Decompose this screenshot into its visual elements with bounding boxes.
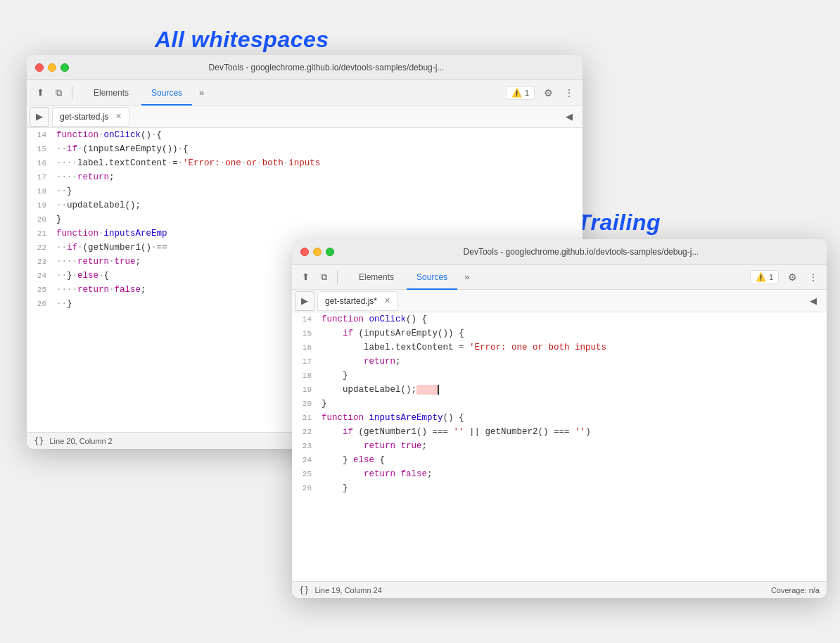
line-content-25-2: return false; bbox=[319, 467, 827, 481]
line-num-20-2: 20 bbox=[292, 397, 319, 411]
line-num-24-2: 24 bbox=[292, 453, 319, 467]
tab-bar-2: ⬆ ⧉ Elements Sources » ⚠️ 1 ⚙ ⋮ bbox=[292, 265, 827, 290]
warning-badge-1[interactable]: ⚠️ 1 bbox=[506, 86, 535, 100]
line-content-14-1: function·onClick()·{ bbox=[53, 128, 583, 142]
page-title-all: All whitespaces bbox=[155, 27, 329, 53]
maximize-button-1[interactable] bbox=[61, 63, 69, 72]
line-content-18-2: } bbox=[319, 369, 827, 383]
tab-sources-1[interactable]: Sources bbox=[141, 80, 192, 106]
code-line-15-1: 15 ··if·(inputsAreEmpty())·{ bbox=[27, 142, 583, 156]
tab-bar-icons-2: ⬆ ⧉ bbox=[298, 269, 341, 285]
minimize-button-1[interactable] bbox=[48, 63, 56, 72]
warning-icon-2: ⚠️ bbox=[756, 272, 766, 282]
status-line-1: Line 20, Column 2 bbox=[49, 437, 112, 445]
copy-icon[interactable]: ⧉ bbox=[51, 85, 66, 101]
line-num-25-2: 25 bbox=[292, 467, 319, 481]
code-line-19-1: 19 ··updateLabel(); bbox=[27, 198, 583, 212]
code-line-17-2: 17 return; bbox=[292, 355, 827, 369]
line-num-23-2: 23 bbox=[292, 439, 319, 453]
line-content-17-2: return; bbox=[319, 355, 827, 369]
file-tab-close-1[interactable]: ✕ bbox=[115, 112, 122, 121]
warning-icon-1: ⚠️ bbox=[511, 88, 522, 98]
line-content-20-2: } bbox=[319, 397, 827, 411]
line-content-21-1: function·inputsAreEmp bbox=[53, 227, 583, 241]
tab-more-2[interactable]: » bbox=[460, 265, 473, 290]
file-tab-close-2[interactable]: ✕ bbox=[384, 296, 390, 305]
collapse-btn-1[interactable]: ◀ bbox=[561, 109, 577, 125]
traffic-lights-2 bbox=[300, 248, 334, 256]
file-tab-1[interactable]: get-started.js ✕ bbox=[52, 107, 129, 127]
line-num-20-1: 20 bbox=[27, 212, 53, 227]
tab-sources-2[interactable]: Sources bbox=[407, 265, 457, 290]
line-num-18-2: 18 bbox=[292, 369, 319, 383]
cursor-icon-2[interactable]: ⬆ bbox=[298, 269, 313, 285]
file-tab-name-2: get-started.js* bbox=[325, 296, 377, 306]
sidebar-toggle-2[interactable]: ▶ bbox=[295, 291, 314, 311]
line-content-15-1: ··if·(inputsAreEmpty())·{ bbox=[53, 142, 583, 156]
gear-icon-1[interactable]: ⚙ bbox=[540, 85, 556, 101]
line-num-19-1: 19 bbox=[27, 198, 53, 212]
line-num-24-1: 24 bbox=[27, 269, 53, 283]
page-title-trailing: Trailing bbox=[577, 210, 661, 236]
status-line-2: Line 19, Column 24 bbox=[314, 586, 381, 594]
status-bar-2: {} Line 19, Column 24 Coverage: n/a bbox=[292, 581, 827, 598]
line-content-14-2: function onClick() { bbox=[319, 312, 827, 326]
line-num-17-1: 17 bbox=[27, 170, 53, 184]
code-line-22-2: 22 if (getNumber1() === '' || getNumber2… bbox=[292, 425, 827, 439]
tab-divider-1 bbox=[72, 86, 72, 100]
warning-badge-2[interactable]: ⚠️ 1 bbox=[750, 270, 779, 284]
copy-icon-2[interactable]: ⧉ bbox=[316, 269, 331, 285]
close-button-1[interactable] bbox=[35, 63, 44, 72]
title-bar-1: DevTools - googlechrome.github.io/devtoo… bbox=[27, 55, 583, 80]
line-num-25-1: 25 bbox=[27, 283, 53, 297]
line-num-19-2: 19 bbox=[292, 383, 319, 397]
line-num-22-2: 22 bbox=[292, 425, 319, 439]
line-content-19-2: updateLabel(); bbox=[319, 383, 827, 397]
file-tab-2[interactable]: get-started.js* ✕ bbox=[317, 291, 398, 311]
more-icon-1[interactable]: ⋮ bbox=[561, 85, 577, 101]
window-title-2: DevTools - googlechrome.github.io/devtoo… bbox=[344, 247, 818, 257]
line-content-20-1: } bbox=[53, 212, 583, 227]
line-num-16-1: 16 bbox=[27, 156, 53, 170]
window-content-2: ⬆ ⧉ Elements Sources » ⚠️ 1 ⚙ ⋮ ▶ get-st… bbox=[292, 265, 827, 598]
line-content-18-1: ··} bbox=[53, 184, 583, 198]
line-content-19-1: ··updateLabel(); bbox=[53, 198, 583, 212]
line-num-26-1: 26 bbox=[27, 297, 53, 311]
devtools-window-2: DevTools - googlechrome.github.io/devtoo… bbox=[292, 239, 827, 598]
warning-count-1: 1 bbox=[525, 89, 529, 97]
sidebar-toggle-1[interactable]: ▶ bbox=[30, 107, 49, 127]
file-tab-name-1: get-started.js bbox=[60, 112, 108, 122]
code-line-20-2: 20 } bbox=[292, 397, 827, 411]
line-content-21-2: function inputsAreEmpty() { bbox=[319, 411, 827, 425]
close-button-2[interactable] bbox=[300, 248, 309, 256]
cursor-icon[interactable]: ⬆ bbox=[32, 85, 48, 101]
line-content-23-2: return true; bbox=[319, 439, 827, 453]
tab-elements-2[interactable]: Elements bbox=[349, 265, 404, 290]
code-line-16-1: 16 ····label.textContent·=·'Error:·one·o… bbox=[27, 156, 583, 170]
gear-icon-2[interactable]: ⚙ bbox=[784, 269, 800, 285]
code-line-14-2: 14 function onClick() { bbox=[292, 312, 827, 326]
maximize-button-2[interactable] bbox=[326, 248, 334, 256]
tab-elements-1[interactable]: Elements bbox=[84, 80, 139, 106]
code-line-18-1: 18 ··} bbox=[27, 184, 583, 198]
tab-bar-1: ⬆ ⧉ Elements Sources » ⚠️ 1 ⚙ ⋮ bbox=[27, 80, 583, 106]
traffic-lights-1 bbox=[35, 63, 69, 72]
collapse-btn-2[interactable]: ◀ bbox=[806, 293, 821, 309]
tab-bar-icons-1: ⬆ ⧉ bbox=[32, 85, 75, 101]
code-line-20-1: 20 } bbox=[27, 212, 583, 227]
line-content-26-2: } bbox=[319, 481, 827, 495]
line-num-22-1: 22 bbox=[27, 241, 53, 255]
line-content-15-2: if (inputsAreEmpty()) { bbox=[319, 326, 827, 340]
more-icon-2[interactable]: ⋮ bbox=[806, 269, 821, 285]
code-line-25-2: 25 return false; bbox=[292, 467, 827, 481]
minimize-button-2[interactable] bbox=[313, 248, 322, 256]
braces-icon-1: {} bbox=[34, 436, 44, 446]
code-line-16-2: 16 label.textContent = 'Error: one or bo… bbox=[292, 340, 827, 355]
line-num-14-2: 14 bbox=[292, 312, 319, 326]
line-num-26-2: 26 bbox=[292, 481, 319, 495]
file-tab-bar-2: ▶ get-started.js* ✕ ◀ bbox=[292, 290, 827, 312]
code-line-19-2: 19 updateLabel(); bbox=[292, 383, 827, 397]
line-num-21-1: 21 bbox=[27, 227, 53, 241]
line-num-14-1: 14 bbox=[27, 128, 53, 142]
tab-more-1[interactable]: » bbox=[195, 80, 208, 106]
